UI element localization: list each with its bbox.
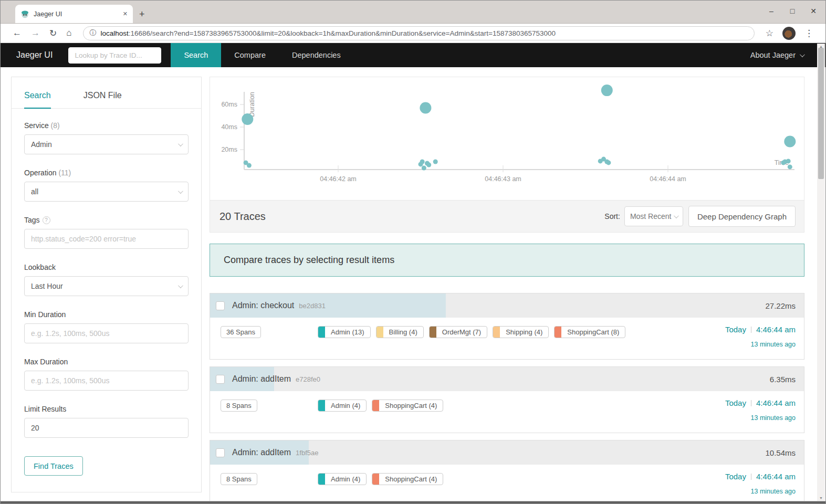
service-select[interactable]: Admin xyxy=(24,134,189,154)
site-info-icon[interactable]: ⓘ xyxy=(90,28,97,38)
scatter-point[interactable] xyxy=(601,85,613,96)
trace-timestamp: Today4:46:44 am 13 minutes ago xyxy=(725,398,796,422)
service-tag-pill: Billing (4) xyxy=(376,326,424,338)
jaeger-brand[interactable]: Jaeger UI xyxy=(16,50,53,60)
minimize-icon[interactable]: – xyxy=(768,7,775,15)
scatter-point[interactable] xyxy=(247,163,252,168)
scatter-point[interactable] xyxy=(606,160,611,165)
url-path: :16686/search?end=1587383965753000&limit… xyxy=(129,29,556,37)
scatter-point[interactable] xyxy=(784,136,796,148)
trace-time-link[interactable]: 4:46:44 am xyxy=(756,325,796,334)
min-duration-input[interactable] xyxy=(24,323,189,343)
sort-select[interactable]: Most Recent xyxy=(624,206,683,226)
service-tags: Admin (4)ShoppingCart (4) xyxy=(318,400,443,412)
bookmark-star-icon[interactable]: ☆ xyxy=(766,28,773,39)
scatter-chart-card: 60ms 40ms 20ms 04:46:42 am 04:46:43 am 0… xyxy=(210,77,804,233)
service-color-swatch xyxy=(372,400,379,411)
scatter-point[interactable] xyxy=(420,160,425,164)
nav-item-dependencies[interactable]: Dependencies xyxy=(279,43,354,67)
scatter-point[interactable] xyxy=(788,164,792,169)
trace-title: Admin: addIteme728fe0 xyxy=(232,374,320,384)
service-tag-pill: Admin (4) xyxy=(318,473,367,485)
scatter-point[interactable] xyxy=(426,163,431,167)
trace-timestamp: Today4:46:44 am 13 minutes ago xyxy=(725,325,796,349)
tab-json-file[interactable]: JSON File xyxy=(83,91,122,109)
tab-title: Jaeger UI xyxy=(34,10,123,18)
trace-header[interactable]: Admin: addItem1fbf5ae 10.54ms xyxy=(210,440,804,465)
sidebar-tabs: Search JSON File xyxy=(24,91,189,109)
browser-menu-icon[interactable]: ⋮ xyxy=(804,28,813,39)
tab-search[interactable]: Search xyxy=(24,91,51,109)
browser-tab[interactable]: Jaeger UI ✕ xyxy=(15,5,133,23)
service-label: Service (8) xyxy=(24,121,189,130)
address-bar[interactable]: ⓘ localhost:16686/search?end=15873839657… xyxy=(83,26,755,40)
nav-item-search[interactable]: Search xyxy=(171,43,221,67)
page-scrollbar[interactable]: ▲ ▼ xyxy=(817,44,825,501)
max-duration-label: Max Duration xyxy=(24,358,189,366)
results-header: 20 Traces Sort: Most Recent Deep Depende… xyxy=(210,200,804,232)
help-icon[interactable]: ? xyxy=(43,216,50,224)
trace-select-checkbox[interactable] xyxy=(216,301,225,310)
span-count-badge: 8 Spans xyxy=(221,473,257,485)
trace-count-title: 20 Traces xyxy=(219,211,266,223)
back-icon[interactable]: ← xyxy=(13,28,22,38)
trace-date-link[interactable]: Today xyxy=(725,398,746,407)
service-color-swatch xyxy=(555,327,561,338)
results-main: 60ms 40ms 20ms 04:46:42 am 04:46:43 am 0… xyxy=(210,77,804,504)
trace-ago-link[interactable]: 13 minutes ago xyxy=(751,341,796,348)
service-color-swatch xyxy=(318,474,325,485)
service-color-swatch xyxy=(430,327,436,338)
scroll-down-icon[interactable]: ▼ xyxy=(817,496,825,500)
service-tag-label: ShoppingCart (4) xyxy=(379,474,443,485)
forward-icon[interactable]: → xyxy=(31,28,40,38)
deep-dependency-graph-button[interactable]: Deep Dependency Graph xyxy=(688,206,796,227)
find-traces-button[interactable]: Find Traces xyxy=(24,456,83,476)
service-tag-label: ShoppingCart (8) xyxy=(561,327,625,338)
limit-results-input[interactable] xyxy=(24,418,189,438)
trace-header[interactable]: Admin: addIteme728fe0 6.35ms xyxy=(210,367,804,391)
service-color-swatch xyxy=(493,327,500,338)
profile-avatar[interactable] xyxy=(782,27,796,40)
scatter-point[interactable] xyxy=(420,102,431,114)
trace-select-checkbox[interactable] xyxy=(216,375,225,384)
max-duration-input[interactable] xyxy=(24,371,189,391)
search-sidebar: Search JSON File Service (8) Admin Opera… xyxy=(11,77,202,492)
service-tag-pill: Admin (4) xyxy=(318,400,367,412)
sort-label: Sort: xyxy=(604,212,620,220)
chevron-down-icon xyxy=(178,141,183,146)
scrollbar-thumb[interactable] xyxy=(818,48,824,179)
trace-date-link[interactable]: Today xyxy=(725,472,746,481)
trace-duration: 6.35ms xyxy=(770,375,796,384)
nav-item-compare[interactable]: Compare xyxy=(221,43,279,67)
scatter-point[interactable] xyxy=(242,113,253,125)
trace-time-link[interactable]: 4:46:44 am xyxy=(756,398,796,407)
trace-date-link[interactable]: Today xyxy=(725,325,746,334)
tags-input[interactable] xyxy=(24,229,189,249)
new-tab-button[interactable]: + xyxy=(139,9,145,19)
scatter-point[interactable] xyxy=(433,160,438,164)
trace-lookup-input[interactable] xyxy=(68,47,161,64)
reload-icon[interactable]: ↻ xyxy=(49,28,57,39)
lookback-select[interactable]: Last Hour xyxy=(24,276,189,296)
trace-select-checkbox[interactable] xyxy=(216,448,225,457)
trace-header[interactable]: Admin: checkoutbe2d831 27.22ms xyxy=(210,293,804,318)
operation-select[interactable]: all xyxy=(24,182,189,202)
maximize-icon[interactable]: □ xyxy=(789,7,796,15)
trace-ago-link[interactable]: 13 minutes ago xyxy=(751,488,796,495)
service-tag-pill: ShoppingCart (4) xyxy=(372,473,443,485)
jaeger-favicon xyxy=(20,9,29,18)
trace-title: Admin: checkoutbe2d831 xyxy=(232,301,326,310)
jaeger-navbar: Jaeger UI Search Compare Dependencies Ab… xyxy=(1,43,825,67)
trace-time-link[interactable]: 4:46:44 am xyxy=(756,472,796,481)
duration-scatter-plot[interactable]: 60ms 40ms 20ms 04:46:42 am 04:46:43 am 0… xyxy=(210,77,804,200)
trace-ago-link[interactable]: 13 minutes ago xyxy=(751,414,796,422)
trace-timestamp: Today4:46:44 am 13 minutes ago xyxy=(725,472,796,496)
about-jaeger-menu[interactable]: About Jaeger xyxy=(750,51,803,59)
tab-close-icon[interactable]: ✕ xyxy=(123,10,128,17)
close-icon[interactable]: ✕ xyxy=(810,7,817,15)
scatter-point[interactable] xyxy=(786,159,791,163)
home-icon[interactable]: ⌂ xyxy=(66,28,71,38)
scatter-points[interactable] xyxy=(242,85,796,170)
chevron-down-icon xyxy=(800,52,805,57)
scatter-point[interactable] xyxy=(422,166,426,171)
